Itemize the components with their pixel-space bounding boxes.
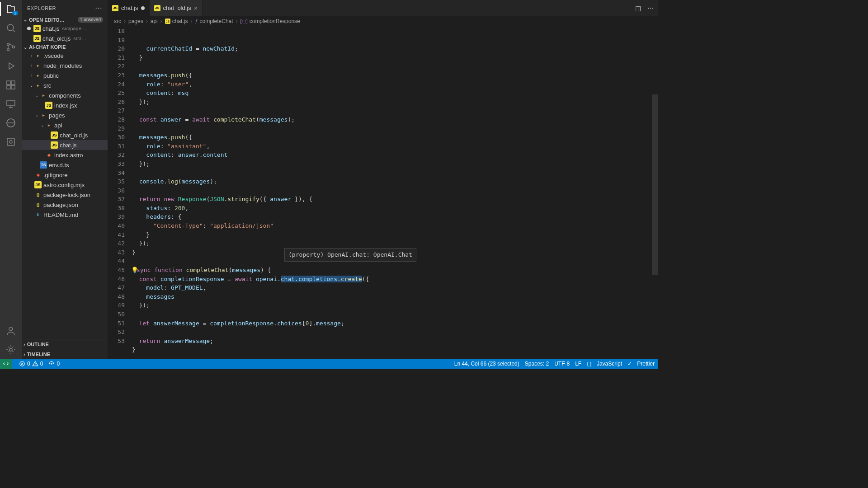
- chevron-icon: ⌄: [40, 123, 45, 127]
- chevron-icon: ⌄: [29, 83, 34, 88]
- svg-point-15: [51, 363, 52, 364]
- svg-point-2: [7, 49, 9, 51]
- timeline-section[interactable]: ›TIMELINE: [22, 349, 108, 359]
- source-control-icon[interactable]: [5, 42, 16, 52]
- file-item[interactable]: TSenv.d.ts: [22, 160, 108, 170]
- folder-item[interactable]: ›▸.vscode: [22, 51, 108, 61]
- encoding[interactable]: UTF-8: [554, 361, 570, 367]
- file-item[interactable]: JSchat.js: [22, 140, 108, 150]
- js-file-icon: JS: [112, 5, 118, 11]
- accounts-icon[interactable]: [5, 325, 16, 336]
- close-tab-icon[interactable]: ×: [194, 5, 198, 12]
- file-item[interactable]: {}package-lock.json: [22, 190, 108, 200]
- folder-item[interactable]: ⌄▸src: [22, 80, 108, 90]
- tab-bar: JSchat.jsJSchat_old.js× ◫ ⋯: [108, 0, 658, 16]
- svg-point-0: [7, 24, 14, 31]
- md-file-icon: ⬇: [34, 211, 42, 218]
- breadcrumb-item[interactable]: JSchat.js: [165, 18, 188, 24]
- project-section[interactable]: ⌄ AI-CHAT KOPIE: [22, 43, 108, 51]
- eol[interactable]: LF: [575, 361, 581, 367]
- extensions-icon[interactable]: [5, 80, 16, 90]
- folder-item[interactable]: ⌄▸pages: [22, 110, 108, 120]
- hover-tooltip: (property) OpenAI.chat: OpenAI.Chat: [284, 248, 416, 262]
- breadcrumb-item[interactable]: src: [114, 18, 121, 24]
- explorer-sidebar: EXPLORER ⋯ ⌄ OPEN EDITO… 1 unsaved JScha…: [22, 0, 108, 359]
- remote-explorer-icon[interactable]: [5, 99, 16, 109]
- svg-point-13: [9, 348, 12, 351]
- explorer-more-icon[interactable]: ⋯: [95, 4, 103, 12]
- js-file-icon: JS: [45, 102, 52, 109]
- svg-rect-7: [11, 85, 15, 89]
- svg-rect-6: [7, 85, 10, 89]
- breadcrumbs[interactable]: src›pages›api›JSchat.js›ƒcompleteChat›[◌…: [108, 16, 658, 27]
- svg-point-11: [9, 141, 12, 143]
- file-item[interactable]: ⬇README.md: [22, 210, 108, 220]
- minimap[interactable]: [652, 27, 658, 359]
- prettier-status[interactable]: ✓ Prettier: [627, 361, 655, 367]
- line-gutter: 1819202122232425262728293031323334353637…: [108, 27, 132, 359]
- js-file-icon: JS: [33, 25, 41, 32]
- chevron-icon: ⌄: [34, 113, 40, 117]
- file-item[interactable]: JSastro.config.mjs: [22, 180, 108, 190]
- breadcrumb-item[interactable]: pages: [128, 18, 143, 24]
- folder-item[interactable]: ⌄▸components: [22, 90, 108, 100]
- folder-item[interactable]: ›▸node_modules: [22, 61, 108, 70]
- folder-icon: ▸: [34, 82, 42, 89]
- remote-indicator[interactable]: [0, 359, 12, 369]
- svg-point-3: [13, 46, 15, 48]
- js-file-icon: JS: [33, 35, 41, 42]
- ts-file-icon: TS: [40, 161, 47, 169]
- folder-icon: ▸: [40, 112, 47, 119]
- language-mode[interactable]: { } JavaScript: [587, 361, 622, 367]
- breadcrumb-item[interactable]: api: [151, 18, 158, 24]
- extension-icon-1[interactable]: [5, 117, 16, 128]
- breadcrumb-item[interactable]: ƒcompleteChat: [195, 18, 233, 24]
- file-item[interactable]: JSchat_old.js: [22, 130, 108, 140]
- svg-rect-8: [7, 100, 15, 106]
- run-debug-icon[interactable]: [5, 61, 16, 71]
- open-editors-section[interactable]: ⌄ OPEN EDITO… 1 unsaved: [22, 16, 108, 23]
- svg-rect-4: [7, 81, 10, 84]
- problems-indicator[interactable]: 0 0: [19, 361, 43, 367]
- settings-gear-icon[interactable]: [5, 344, 16, 355]
- indentation[interactable]: Spaces: 2: [525, 361, 549, 367]
- chevron-icon: ⌄: [34, 93, 40, 98]
- json-file-icon: {}: [34, 201, 42, 208]
- status-bar: 0 0 0 Ln 44, Col 66 (23 selected) Spaces…: [0, 359, 658, 369]
- explorer-icon[interactable]: 1: [5, 4, 16, 14]
- folder-icon: ▸: [34, 52, 42, 59]
- dirty-indicator-icon: [27, 27, 31, 30]
- cursor-position[interactable]: Ln 44, Col 66 (23 selected): [454, 361, 519, 367]
- file-item[interactable]: ◆index.astro: [22, 150, 108, 160]
- more-actions-icon[interactable]: ⋯: [647, 5, 654, 12]
- file-item[interactable]: {}package.json: [22, 200, 108, 210]
- dirty-indicator-icon: [141, 6, 145, 10]
- folder-item[interactable]: ›▸public: [22, 70, 108, 80]
- file-item[interactable]: JSindex.jsx: [22, 100, 108, 110]
- json-file-icon: {}: [34, 191, 42, 198]
- extension-icon-2[interactable]: [5, 136, 16, 147]
- chevron-icon: ›: [29, 63, 34, 68]
- js-file-icon: JS: [34, 181, 42, 188]
- code-editor[interactable]: currentChatId = newChatId; } messages.pu…: [132, 27, 658, 359]
- editor-tab[interactable]: JSchat_old.js×: [150, 0, 203, 16]
- chevron-icon: ›: [29, 73, 34, 78]
- astro-file-icon: ◆: [45, 151, 52, 159]
- open-editor-item[interactable]: JSchat_old.jssrc/…: [22, 33, 108, 43]
- js-file-icon: JS: [154, 5, 160, 11]
- ports-indicator[interactable]: 0: [48, 361, 60, 367]
- folder-icon: ▸: [45, 122, 52, 129]
- outline-section[interactable]: ›OUTLINE: [22, 339, 108, 349]
- activity-bar: 1: [0, 0, 22, 359]
- split-editor-icon[interactable]: ◫: [635, 5, 641, 12]
- breadcrumb-item[interactable]: [◌]completionResponse: [241, 18, 300, 24]
- svg-rect-5: [11, 81, 15, 84]
- editor-tab[interactable]: JSchat.js: [108, 0, 150, 16]
- chevron-icon: ›: [29, 53, 34, 58]
- search-icon[interactable]: [5, 23, 16, 33]
- folder-item[interactable]: ⌄▸api: [22, 120, 108, 130]
- file-item[interactable]: ◆.gitignore: [22, 170, 108, 180]
- git-file-icon: ◆: [34, 171, 42, 178]
- explorer-title: EXPLORER: [27, 5, 56, 11]
- open-editor-item[interactable]: JSchat.jssrc/page…: [22, 23, 108, 33]
